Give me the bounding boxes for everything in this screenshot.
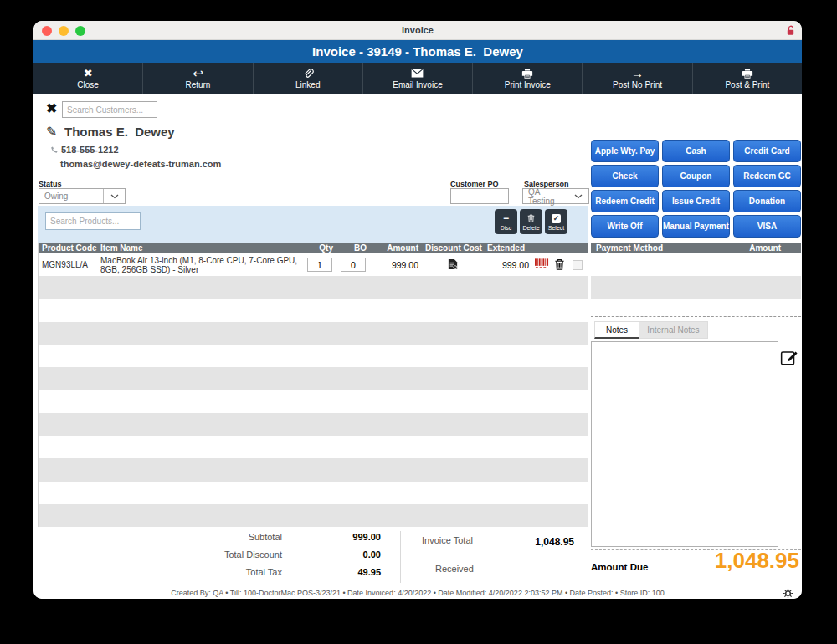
customer-phone: 518-555-1212 [61, 145, 119, 155]
search-products-input[interactable] [45, 212, 141, 230]
payment-button-credit-card[interactable]: Credit Card [733, 140, 801, 162]
customer-po-input[interactable] [450, 188, 509, 204]
bo-input[interactable] [341, 258, 366, 272]
window-title: Invoice [402, 25, 434, 35]
zoom-window-button[interactable] [75, 26, 85, 36]
table-row [39, 276, 588, 299]
close-window-button[interactable] [42, 26, 52, 36]
footer: Created By: QA • Till: 100-DoctorMac POS… [33, 587, 802, 599]
right-arrow-icon: → [631, 67, 644, 79]
trash-icon [526, 213, 536, 224]
table-row [39, 458, 588, 481]
payment-method-header: Payment Method Amount [591, 243, 801, 253]
gear-icon[interactable] [783, 587, 793, 599]
table-row[interactable]: MGN93LL/A MacBook Air 13-inch (M1, 8-Cor… [39, 253, 588, 276]
total-tax-row: Total Tax 49.95 [165, 567, 381, 577]
minus-icon: − [503, 213, 509, 224]
row-checkbox[interactable] [573, 260, 583, 270]
discount-cost-icon[interactable] [422, 258, 484, 272]
search-customers-input[interactable] [62, 101, 157, 118]
select-button[interactable]: ✓ Select [545, 209, 567, 234]
table-row [591, 253, 801, 276]
barcode-icon[interactable] [535, 258, 549, 271]
status-label: Status [39, 180, 62, 188]
payment-method-table: Payment Method Amount [591, 243, 801, 317]
edit-notes-icon[interactable] [780, 348, 798, 370]
extended-value: 999.00 [484, 260, 532, 270]
amount-value: 999.00 [370, 260, 422, 270]
minimize-window-button[interactable] [59, 26, 69, 36]
payment-button-manual-payment[interactable]: Manual Payment [662, 215, 730, 238]
delete-button[interactable]: Delete [520, 209, 542, 234]
salesperson-dropdown[interactable]: QA Testing [522, 188, 589, 204]
amount-due-label: Amount Due [591, 562, 648, 572]
payment-button-coupon[interactable]: Coupon [662, 165, 730, 187]
payment-button-check[interactable]: Check [591, 165, 659, 187]
clear-customer-icon[interactable]: ✖ [46, 100, 57, 116]
close-icon: ✖ [84, 67, 93, 79]
payment-button-redeem-gc[interactable]: Redeem GC [733, 165, 801, 187]
unlocked-padlock-icon [786, 24, 796, 39]
payment-button-visa[interactable]: VISA [733, 215, 801, 238]
envelope-icon [411, 67, 424, 79]
items-table: Product Code Item Name Qty BO Amount Dis… [38, 243, 588, 527]
return-arrow-icon: ↩ [193, 67, 203, 79]
notes-tabs: Notes Internal Notes [594, 321, 708, 339]
paperclip-icon [302, 67, 314, 79]
payment-button-donation[interactable]: Donation [733, 190, 801, 212]
tab-notes[interactable]: Notes [594, 321, 639, 339]
line-actions: − Disc Delete ✓ Select [495, 209, 567, 234]
table-row [39, 367, 588, 390]
product-code: MGN93LL/A [39, 260, 97, 269]
customer-po-label: Customer PO [450, 180, 499, 188]
divider [405, 555, 588, 555]
post-and-print-button[interactable]: Post & Print [693, 63, 802, 94]
toolbar: ✖ Close ↩ Return Linked Email Invoice Pr… [33, 63, 802, 94]
subtotal-row: Subtotal 999.00 [165, 532, 381, 542]
linked-button[interactable]: Linked [254, 63, 363, 94]
return-button[interactable]: ↩ Return [143, 63, 253, 94]
print-invoice-button[interactable]: Print Invoice [473, 63, 583, 94]
discount-button[interactable]: − Disc [495, 209, 517, 234]
status-dropdown[interactable]: Owing [39, 188, 126, 204]
payment-button-issue-credit[interactable]: Issue Credit [662, 190, 730, 212]
close-button[interactable]: ✖ Close [33, 63, 143, 94]
invoice-header: Invoice - 39149 - Thomas E. Dewey [33, 40, 802, 63]
amount-due-value: 1,048.95 [649, 548, 799, 574]
payment-buttons: Apple Wty. Pay Cash Credit Card Check Co… [591, 140, 801, 238]
payment-button-cash[interactable]: Cash [662, 140, 730, 162]
payment-button-write-off[interactable]: Write Off [591, 215, 659, 238]
payment-button-apple-wty-pay[interactable]: Apple Wty. Pay [591, 140, 659, 162]
table-row [591, 299, 801, 316]
traffic-lights [42, 26, 85, 36]
edit-customer-pencil-icon[interactable]: ✎ [46, 124, 57, 140]
tab-internal-notes[interactable]: Internal Notes [639, 321, 708, 339]
total-discount-row: Total Discount 0.00 [165, 549, 381, 560]
invoice-total-value: 1,048.95 [499, 536, 574, 548]
notes-textarea[interactable] [591, 341, 778, 547]
qty-input[interactable] [307, 258, 332, 272]
chevron-down-icon [567, 189, 588, 203]
table-row [39, 390, 588, 412]
main-content: ✖ ✎ Thomas E. Dewey 518-555-1212 thomas@… [33, 94, 802, 587]
titlebar: Invoice [33, 21, 802, 40]
printer-icon [521, 67, 533, 79]
table-row [39, 322, 588, 345]
table-row [39, 504, 588, 527]
checkbox-icon: ✓ [552, 213, 561, 224]
divider [400, 531, 401, 583]
chevron-down-icon [103, 189, 125, 203]
table-row [39, 482, 588, 504]
customer-email: thomas@dewey-defeats-truman.com [60, 159, 221, 169]
payment-button-redeem-credit[interactable]: Redeem Credit [591, 190, 659, 212]
table-row [39, 345, 588, 367]
customer-name: Thomas E. Dewey [64, 125, 175, 139]
email-invoice-button[interactable]: Email Invoice [363, 63, 473, 94]
invoice-window: Invoice Invoice - 39149 - Thomas E. Dewe… [33, 21, 802, 599]
items-table-header: Product Code Item Name Qty BO Amount Dis… [39, 243, 588, 253]
post-no-print-button[interactable]: → Post No Print [583, 63, 692, 94]
invoice-total-label: Invoice Total [422, 535, 473, 545]
table-row [39, 413, 588, 436]
trash-icon[interactable] [553, 258, 566, 273]
items-empty-rows [39, 276, 588, 527]
